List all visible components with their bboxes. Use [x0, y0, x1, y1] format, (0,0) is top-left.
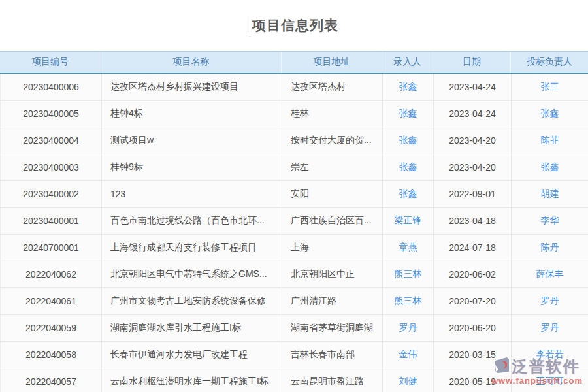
project-number-cell: 20230400003 — [1, 154, 102, 180]
project-number-cell: 20240700001 — [1, 235, 102, 261]
bid-manager-link[interactable]: 王可可 — [512, 368, 588, 392]
entered-by-link[interactable]: 张鑫 — [383, 154, 434, 180]
table-row: 2022040058长春市伊通河水力发电厂改建工程吉林长春市南部金伟2020-0… — [0, 342, 588, 368]
project-address-cell: 广州清江路 — [282, 288, 383, 314]
entered-by-link[interactable]: 金伟 — [383, 342, 434, 368]
bid-manager-link[interactable]: 罗丹 — [512, 315, 588, 341]
project-number-cell: 2022040058 — [1, 342, 102, 368]
column-header-date: 日期 — [433, 52, 511, 73]
project-number-cell: 20230400005 — [1, 101, 102, 127]
project-number-cell: 2022040061 — [1, 288, 102, 314]
title-bar: 项目信息列表 — [0, 0, 588, 51]
date-cell: 2020-06-20 — [434, 315, 512, 341]
project-number-cell: 2022040057 — [1, 368, 102, 392]
project-name-cell: 北京朝阳区电气中芯特气系统之GMS... — [102, 261, 282, 287]
entered-by-link[interactable]: 熊三林 — [383, 261, 434, 287]
table-row: 20230400001百色市南北过境线公路（百色市北环...广西壮族自治区百..… — [0, 208, 588, 235]
project-address-cell: 按时交付大厦的贺... — [282, 127, 383, 154]
bid-manager-link[interactable]: 张鑫 — [512, 101, 588, 127]
column-header-bid-manager: 投标负责人 — [511, 52, 588, 73]
entered-by-link[interactable]: 张鑫 — [383, 181, 434, 207]
project-name-cell: 长春市伊通河水力发电厂改建工程 — [102, 342, 282, 368]
bid-manager-link[interactable]: 陈丹 — [512, 235, 588, 261]
table-row: 20230400006达孜区塔杰村乡村振兴建设项目达孜区塔杰村张鑫2023-04… — [0, 74, 588, 101]
date-cell: 2023-04-18 — [434, 208, 512, 234]
table-row: 2022040057云南水利枢纽潜明水库一期工程施工I标云南昆明市盈江路刘健20… — [0, 368, 588, 392]
date-cell: 2022-09-01 — [434, 181, 512, 207]
project-name-cell: 广州市文物考古工地安防系统设备保修 — [102, 288, 282, 314]
date-cell: 2023-04-20 — [434, 154, 512, 180]
project-name-cell: 测试项目w — [102, 127, 282, 154]
project-address-cell: 云南昆明市盈江路 — [282, 368, 383, 392]
entered-by-link[interactable]: 章燕 — [383, 235, 434, 261]
bid-manager-link[interactable]: 薛保丰 — [512, 261, 588, 287]
table-row: 20240700001上海银行成都天府支行装修工程项目上海章燕2024-07-1… — [0, 235, 588, 261]
bid-manager-link[interactable]: 陈菲 — [512, 127, 588, 154]
entered-by-link[interactable]: 梁正锋 — [383, 208, 434, 234]
project-number-cell: 20230400001 — [1, 208, 102, 234]
bid-manager-link[interactable]: 罗丹 — [512, 288, 588, 314]
table-row: 20230400002123安阳张鑫2022-09-01胡建 — [0, 181, 588, 208]
table-body: 20230400006达孜区塔杰村乡村振兴建设项目达孜区塔杰村张鑫2023-04… — [0, 74, 588, 392]
table-row: 2022040059湖南洞庭湖水库引水工程施工I标湖南省茅草街洞庭湖罗丹2020… — [0, 315, 588, 342]
column-header-project-address: 项目地址 — [282, 52, 382, 73]
project-table: 项目编号 项目名称 项目地址 录入人 日期 投标负责人 20230400006达… — [0, 51, 588, 392]
project-name-cell: 湖南洞庭湖水库引水工程施工I标 — [102, 315, 282, 341]
page-title: 项目信息列表 — [252, 16, 338, 35]
column-header-entered-by: 录入人 — [382, 52, 433, 73]
project-number-cell: 2022040062 — [1, 261, 102, 287]
project-address-cell: 北京朝阳区中正 — [282, 261, 383, 287]
bid-manager-link[interactable]: 李若若 — [512, 342, 588, 368]
bid-manager-link[interactable]: 胡建 — [512, 181, 588, 207]
entered-by-link[interactable]: 罗丹 — [383, 315, 434, 341]
bid-manager-link[interactable]: 张鑫 — [512, 154, 588, 180]
date-cell: 2023-04-20 — [434, 127, 512, 154]
project-name-cell: 达孜区塔杰村乡村振兴建设项目 — [102, 74, 282, 100]
table-row: 2022040062北京朝阳区电气中芯特气系统之GMS...北京朝阳区中正熊三林… — [0, 261, 588, 288]
entered-by-link[interactable]: 刘健 — [383, 368, 434, 392]
bid-manager-link[interactable]: 张三 — [512, 74, 588, 100]
column-header-project-number: 项目编号 — [0, 52, 101, 73]
column-header-project-name: 项目名称 — [101, 52, 282, 73]
project-number-cell: 20230400002 — [1, 181, 102, 207]
date-cell: 2020-07-20 — [434, 288, 512, 314]
project-address-cell: 桂林 — [282, 101, 383, 127]
project-number-cell: 20230400004 — [1, 127, 102, 154]
project-number-cell: 2022040059 — [1, 315, 102, 341]
entered-by-link[interactable]: 张鑫 — [383, 101, 434, 127]
project-name-cell: 百色市南北过境线公路（百色市北环... — [102, 208, 282, 234]
project-address-cell: 崇左 — [282, 154, 383, 180]
project-name-cell: 上海银行成都天府支行装修工程项目 — [102, 235, 282, 261]
date-cell: 2023-04-24 — [434, 74, 512, 100]
bid-manager-link[interactable]: 李华 — [512, 208, 588, 234]
entered-by-link[interactable]: 张鑫 — [383, 74, 434, 100]
date-cell: 2020-03-15 — [434, 342, 512, 368]
date-cell: 2020-06-02 — [434, 261, 512, 287]
table-header-row: 项目编号 项目名称 项目地址 录入人 日期 投标负责人 — [0, 52, 588, 74]
project-number-cell: 20230400006 — [1, 74, 102, 100]
project-address-cell: 湖南省茅草街洞庭湖 — [282, 315, 383, 341]
date-cell: 2020-05-19 — [434, 368, 512, 392]
project-name-cell: 123 — [102, 181, 282, 207]
entered-by-link[interactable]: 张鑫 — [383, 127, 434, 154]
table-row: 20230400003桂钟9标崇左张鑫2023-04-20张鑫 — [0, 154, 588, 181]
date-cell: 2023-04-24 — [434, 101, 512, 127]
project-address-cell: 安阳 — [282, 181, 383, 207]
project-address-cell: 吉林长春市南部 — [282, 342, 383, 368]
date-cell: 2024-07-18 — [434, 235, 512, 261]
project-address-cell: 广西壮族自治区百... — [282, 208, 383, 234]
project-name-cell: 桂钟9标 — [102, 154, 282, 180]
project-address-cell: 达孜区塔杰村 — [282, 74, 383, 100]
table-row: 20230400004测试项目w按时交付大厦的贺...张鑫2023-04-20陈… — [0, 127, 588, 154]
entered-by-link[interactable]: 熊三林 — [383, 288, 434, 314]
table-row: 2022040061广州市文物考古工地安防系统设备保修广州清江路熊三林2020-… — [0, 288, 588, 315]
table-row: 20230400005桂钟4标桂林张鑫2023-04-24张鑫 — [0, 101, 588, 127]
project-name-cell: 桂钟4标 — [102, 101, 282, 127]
project-address-cell: 上海 — [282, 235, 383, 261]
project-name-cell: 云南水利枢纽潜明水库一期工程施工I标 — [102, 368, 282, 392]
text-cursor — [250, 16, 250, 35]
